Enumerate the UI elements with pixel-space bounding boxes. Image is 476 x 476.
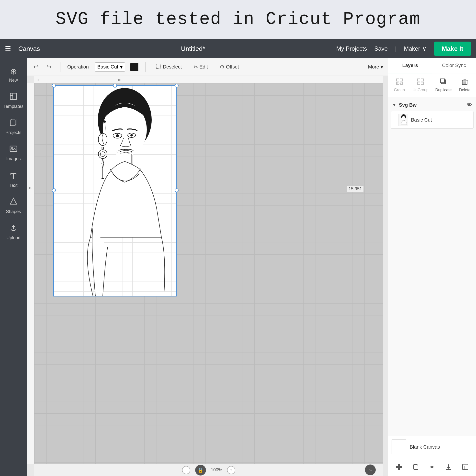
svg-point-35 [402, 116, 405, 120]
canvas-label: Canvas [18, 45, 40, 52]
panel-tool-4[interactable] [442, 461, 455, 473]
svg-rect-2 [10, 146, 17, 152]
layer-name: Basic Cut [411, 117, 470, 123]
color-swatch[interactable] [130, 63, 138, 71]
sidebar-item-projects[interactable]: Projects [0, 115, 27, 139]
edit-button[interactable]: ✂ Edit [190, 62, 211, 72]
duplicate-icon [440, 78, 447, 87]
layer-thumbnail [398, 114, 408, 126]
blank-canvas-thumbnail [391, 440, 406, 454]
machine-selector[interactable]: Maker ∨ [404, 45, 426, 52]
svg-point-3 [11, 147, 13, 149]
save-button[interactable]: Save [374, 45, 388, 52]
topbar-divider: | [395, 45, 396, 52]
panel-tool-3[interactable] [426, 461, 438, 473]
sidebar-item-upload[interactable]: Upload [0, 220, 27, 244]
sidebar-item-new[interactable]: ⊕ New [0, 63, 27, 86]
sidebar-label-templates: Templates [3, 104, 23, 109]
sidebar-item-images[interactable]: Images [0, 141, 27, 165]
menu-icon[interactable]: ☰ [5, 45, 11, 53]
blank-canvas-section[interactable]: Blank Canvas [388, 436, 476, 458]
right-panel: Layers Color Sync [388, 58, 476, 476]
undo-button[interactable]: ↩ [32, 62, 40, 72]
offset-label: Offset [226, 64, 239, 70]
ruler-left: 10 [27, 83, 34, 464]
delete-label: Delete [459, 88, 470, 92]
delete-icon [461, 78, 468, 87]
sidebar-item-templates[interactable]: Templates [0, 89, 27, 113]
selection-handle-tl[interactable] [52, 84, 56, 87]
topbar: ☰ Canvas Untitled* My Projects Save | Ma… [0, 39, 476, 58]
offset-icon: ⚙ [220, 64, 224, 70]
sidebar-item-text[interactable]: T Text [0, 167, 27, 191]
svg-rect-39 [396, 467, 398, 470]
panel-tool-5[interactable] [459, 461, 471, 473]
zoom-out-button[interactable]: − [182, 466, 190, 474]
svg-rect-37 [396, 464, 398, 466]
sidebar: ⊕ New Templates [0, 58, 27, 476]
layers-content: ▼ Svg Bw 👁 [388, 97, 476, 436]
more-button[interactable]: More ▾ [368, 64, 383, 70]
resize-button[interactable]: ⤡ [365, 464, 376, 475]
sidebar-label-text: Text [9, 183, 17, 188]
svg-rect-0 [10, 93, 17, 100]
group-button[interactable]: Group [391, 76, 408, 94]
sidebar-item-shapes[interactable]: Shapes [0, 194, 27, 218]
lock-icon-button[interactable]: 🔒 [195, 465, 206, 476]
images-icon [9, 145, 17, 155]
upload-icon [9, 223, 17, 234]
svg-point-13 [98, 133, 107, 146]
selection-handle-ml[interactable] [52, 188, 56, 192]
svg-rect-26 [418, 82, 420, 85]
svg-rect-23 [398, 80, 401, 84]
canvas-right: ↩ ↪ Operation Basic Cut ▾ [27, 58, 476, 476]
selection-handle-mr[interactable] [175, 188, 179, 192]
layer-group-name: Svg Bw [399, 102, 464, 108]
edit-label: Edit [199, 64, 208, 70]
panel-tool-2[interactable] [409, 461, 422, 473]
svg-rect-5 [156, 64, 161, 68]
redo-button[interactable]: ↪ [45, 62, 53, 72]
sidebar-label-projects: Projects [5, 130, 21, 135]
svg-marker-4 [10, 198, 17, 204]
banner: SVG file tested in Cricut Program [0, 0, 476, 39]
svg-point-10 [116, 134, 119, 137]
deselect-button[interactable]: Deselect [153, 62, 185, 72]
toolbar-separator-2 [145, 62, 146, 72]
sidebar-label-new: New [9, 78, 18, 83]
toolbar-separator-1 [60, 62, 60, 72]
zoom-level: 100% [211, 467, 222, 473]
panel-tool-1[interactable] [393, 461, 405, 473]
layer-group-eye-icon[interactable]: 👁 [467, 102, 472, 108]
my-projects-link[interactable]: My Projects [336, 45, 367, 52]
ungroup-button[interactable]: UnGroup [410, 76, 431, 94]
layer-group-header[interactable]: ▼ Svg Bw 👁 [391, 100, 474, 110]
svg-rect-1 [10, 120, 15, 126]
svg-rect-43 [462, 464, 468, 470]
make-it-button[interactable]: Make It [434, 42, 471, 56]
tab-layers[interactable]: Layers [388, 58, 432, 73]
zoom-in-button[interactable]: + [227, 466, 235, 474]
canvas-container[interactable]: 0 10 10 [27, 76, 388, 476]
duplicate-label: Duplicate [435, 88, 452, 92]
more-label: More [368, 64, 379, 70]
tab-color-sync[interactable]: Color Sync [432, 58, 476, 73]
toolbar: ↩ ↪ Operation Basic Cut ▾ [27, 58, 388, 76]
layers-toolbar: Group UnGroup [388, 73, 476, 97]
layer-item[interactable]: Basic Cut [391, 111, 474, 129]
duplicate-button[interactable]: Duplicate [433, 76, 454, 94]
svg-rect-27 [421, 82, 424, 85]
delete-button[interactable]: Delete [456, 76, 474, 94]
svg-rect-29 [441, 79, 444, 83]
selection-handle-tr[interactable] [175, 84, 179, 87]
sidebar-label-images: Images [6, 156, 20, 161]
offset-button[interactable]: ⚙ Offset [216, 62, 242, 72]
ungroup-label: UnGroup [413, 88, 428, 92]
svg-rect-25 [421, 79, 424, 81]
operation-select[interactable]: Basic Cut ▾ [95, 62, 125, 72]
group-icon [396, 78, 403, 87]
selection-handle-tc[interactable] [113, 84, 117, 87]
text-icon: T [10, 171, 17, 182]
operation-chevron-icon: ▾ [120, 64, 122, 70]
canvas-workspace[interactable]: 15.951 [34, 83, 383, 464]
